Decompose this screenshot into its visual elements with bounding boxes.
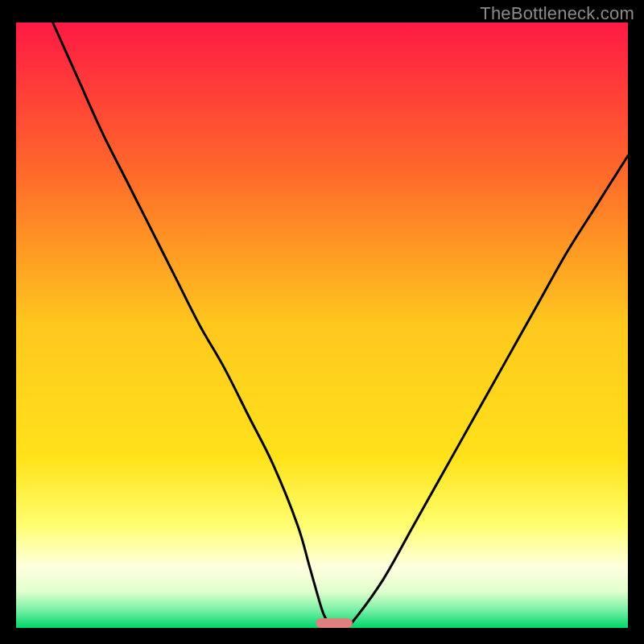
watermark-text: TheBottleneck.com (480, 3, 634, 24)
gradient-background (16, 23, 628, 628)
chart-frame: TheBottleneck.com (0, 0, 644, 644)
chart-svg (16, 23, 628, 628)
optimal-marker (316, 618, 353, 628)
plot-area (16, 23, 628, 628)
